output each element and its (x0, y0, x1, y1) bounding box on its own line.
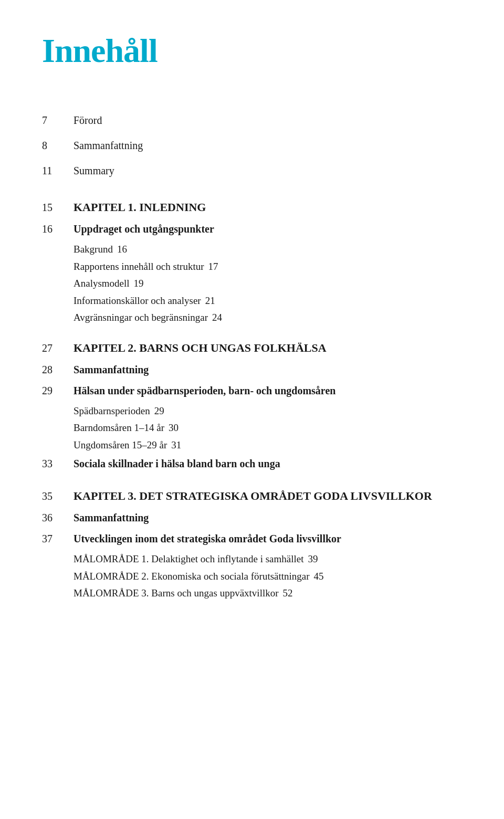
toc-entry-title: Utvecklingen inom det strategiska område… (74, 531, 462, 547)
toc-page-number: 37 (42, 531, 74, 547)
toc-item: 37Utvecklingen inom det strategiska områ… (42, 531, 462, 601)
toc-entry-title: Sociala skillnader i hälsa bland barn oc… (74, 456, 462, 471)
toc-subitem-title: MÅLOMRÅDE 3. Barns och ungas uppväxtvill… (74, 586, 279, 601)
toc-item: 16Uppdraget och utgångspunkterBakgrund16… (42, 221, 462, 326)
toc-entry-title: Förord (74, 112, 462, 128)
toc-page-number: 36 (42, 510, 74, 526)
toc-subitem-title: Barndomsåren 1–14 år (74, 421, 164, 436)
toc-page-number: 16 (42, 221, 74, 237)
toc-subitems: Spädbarnsperioden29Barndomsåren 1–14 år3… (74, 404, 462, 453)
toc-subitem-page: 16 (117, 242, 127, 257)
toc-subitem: MÅLOMRÅDE 2. Ekonomiska och sociala föru… (74, 569, 462, 584)
toc-subitem-title: Bakgrund (74, 242, 113, 257)
toc-subitem-page: 31 (171, 438, 181, 453)
toc-subitem: Informationskällor och analyser21 (74, 293, 462, 309)
toc-entry-title: Sammanfattning (74, 362, 462, 377)
toc-entry-title: Summary (74, 163, 462, 178)
toc-subitem-title: Analysmodell (74, 276, 130, 291)
table-of-contents: 7Förord8Sammanfattning11Summary15KAPITEL… (42, 112, 462, 601)
page-title: Innehåll (42, 32, 462, 70)
toc-item: 7Förord (42, 112, 462, 128)
toc-subitem: Barndomsåren 1–14 år30 (74, 421, 462, 436)
toc-item: 36Sammanfattning (42, 510, 462, 526)
toc-page-number: 29 (42, 383, 74, 398)
toc-entry-title: KAPITEL 3. DET STRATEGISKA OMRÅDET GODA … (74, 487, 462, 505)
toc-item: 11Summary (42, 163, 462, 178)
toc-page-number: 33 (42, 456, 74, 471)
toc-item: 33Sociala skillnader i hälsa bland barn … (42, 456, 462, 471)
toc-subitem: Rapportens innehåll och struktur17 (74, 259, 462, 275)
toc-item: 8Sammanfattning (42, 138, 462, 153)
toc-entry-title: Hälsan under spädbarnsperioden, barn- oc… (74, 383, 462, 398)
toc-item: 29Hälsan under spädbarnsperioden, barn- … (42, 383, 462, 453)
toc-page-number: 7 (42, 112, 74, 128)
toc-page-number: 35 (42, 488, 74, 504)
toc-page-number: 8 (42, 138, 74, 153)
toc-subitem-title: Informationskällor och analyser (74, 293, 201, 309)
toc-subitem-page: 24 (212, 310, 222, 326)
toc-subitem-title: Rapportens innehåll och struktur (74, 259, 204, 275)
toc-entry-title: KAPITEL 1. INLEDNING (74, 198, 462, 216)
toc-subitems: MÅLOMRÅDE 1. Delaktighet och inflytande … (74, 552, 462, 601)
toc-subitem: Analysmodell19 (74, 276, 462, 291)
toc-subitem-title: MÅLOMRÅDE 2. Ekonomiska och sociala föru… (74, 569, 310, 584)
toc-subitem: Spädbarnsperioden29 (74, 404, 462, 419)
toc-page-number: 11 (42, 163, 74, 178)
toc-subitem-title: Avgränsningar och begränsningar (74, 310, 208, 326)
toc-subitem-page: 45 (314, 569, 324, 584)
toc-item: 15KAPITEL 1. INLEDNING (42, 198, 462, 216)
toc-subitem-page: 21 (205, 293, 215, 309)
toc-item: 28Sammanfattning (42, 362, 462, 377)
toc-subitem: Ungdomsåren 15–29 år31 (74, 438, 462, 453)
toc-entry-title: KAPITEL 2. BARNS OCH UNGAS FOLKHÄLSA (74, 339, 462, 356)
toc-subitems: Bakgrund16Rapportens innehåll och strukt… (74, 242, 462, 326)
toc-subitem-page: 39 (308, 552, 318, 567)
toc-subitem-title: MÅLOMRÅDE 1. Delaktighet och inflytande … (74, 552, 304, 567)
toc-page-number: 27 (42, 340, 74, 356)
toc-subitem: Bakgrund16 (74, 242, 462, 257)
toc-subitem-page: 19 (134, 276, 144, 291)
toc-entry-title: Uppdraget och utgångspunkter (74, 221, 462, 237)
toc-subitem-page: 29 (154, 404, 164, 419)
toc-item: 27KAPITEL 2. BARNS OCH UNGAS FOLKHÄLSA (42, 339, 462, 356)
toc-entry-title: Sammanfattning (74, 138, 462, 153)
toc-item: 35KAPITEL 3. DET STRATEGISKA OMRÅDET GOD… (42, 487, 462, 505)
toc-subitem-page: 52 (283, 586, 293, 601)
toc-subitem-page: 17 (208, 259, 218, 275)
toc-subitem: MÅLOMRÅDE 1. Delaktighet och inflytande … (74, 552, 462, 567)
toc-subitem: Avgränsningar och begränsningar24 (74, 310, 462, 326)
toc-subitem-title: Ungdomsåren 15–29 år (74, 438, 167, 453)
toc-subitem-title: Spädbarnsperioden (74, 404, 150, 419)
toc-page-number: 15 (42, 200, 74, 215)
toc-entry-title: Sammanfattning (74, 510, 462, 526)
toc-subitem-page: 30 (169, 421, 178, 436)
toc-page-number: 28 (42, 362, 74, 377)
toc-subitem: MÅLOMRÅDE 3. Barns och ungas uppväxtvill… (74, 586, 462, 601)
